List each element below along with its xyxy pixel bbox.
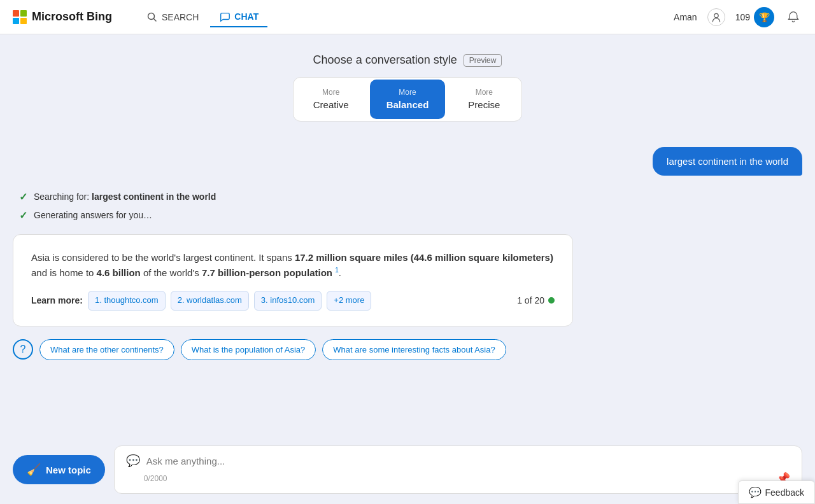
balanced-label: Balanced <box>386 98 429 111</box>
search-icon <box>146 11 158 23</box>
nav-search[interactable]: SEARCH <box>138 8 208 27</box>
microsoft-logo <box>13 10 27 24</box>
learn-more-label: Learn more: <box>31 293 83 307</box>
style-label: Choose a conversation style Preview <box>313 53 502 67</box>
input-box: 💬 0/2000 📌 <box>114 445 802 494</box>
check-icon-1: ✓ <box>19 191 27 203</box>
style-buttons: More Creative More Balanced More Precise <box>293 77 522 122</box>
char-count: 0/2000 <box>144 474 167 483</box>
feedback-button[interactable]: 💬 Feedback <box>738 480 815 504</box>
learn-link-2[interactable]: 2. worldatlas.com <box>171 291 249 311</box>
svg-point-2 <box>714 13 718 17</box>
new-topic-button[interactable]: 🧹 New topic <box>13 455 105 484</box>
learn-link-1[interactable]: 1. thoughtco.com <box>88 291 166 311</box>
feedback-icon: 💬 <box>749 486 762 498</box>
points-count: 109 <box>735 12 750 22</box>
more-links[interactable]: +2 more <box>327 291 371 311</box>
points-badge: 109 🏆 <box>735 7 774 27</box>
style-creative[interactable]: More Creative <box>294 78 368 121</box>
broom-icon: 🧹 <box>27 463 41 477</box>
status-searching: ✓ Searching for: largest continent in th… <box>19 191 802 203</box>
balanced-more: More <box>399 87 416 98</box>
logo-text: Microsoft Bing <box>32 10 112 24</box>
suggestion-2[interactable]: What is the population of Asia? <box>181 339 316 360</box>
nav-chat[interactable]: CHAT <box>210 7 267 27</box>
main-content: Choose a conversation style Preview More… <box>0 34 815 382</box>
nav: SEARCH CHAT <box>138 7 267 27</box>
suggestion-1[interactable]: What are the other continents? <box>39 339 174 360</box>
logo[interactable]: Microsoft Bing <box>13 10 112 24</box>
chat-bubble-icon: 💬 <box>126 454 140 468</box>
trophy-icon[interactable]: 🏆 <box>754 7 774 27</box>
check-icon-2: ✓ <box>19 209 27 221</box>
user-bubble: largest continent in the world <box>13 147 802 176</box>
user-name: Aman <box>674 12 697 22</box>
preview-badge: Preview <box>464 54 502 67</box>
svg-line-1 <box>154 18 157 21</box>
header-right: Aman 109 🏆 <box>674 7 802 27</box>
status-list: ✓ Searching for: largest continent in th… <box>13 191 802 221</box>
searching-label: Searching for: largest continent in the … <box>34 192 216 202</box>
message-counter: 1 of 20 <box>517 293 555 307</box>
logo-sq-yellow <box>20 18 27 24</box>
logo-sq-red <box>13 10 19 17</box>
bottom-bar: 🧹 New topic 💬 0/2000 📌 <box>0 439 815 504</box>
precise-more: More <box>476 87 493 98</box>
learn-link-3[interactable]: 3. infos10.com <box>254 291 322 311</box>
style-picker: Choose a conversation style Preview More… <box>293 53 522 122</box>
precise-label: Precise <box>468 98 500 111</box>
logo-sq-green <box>20 10 27 17</box>
chat-icon <box>219 11 230 22</box>
header: Microsoft Bing SEARCH CHAT Aman <box>0 0 815 34</box>
style-precise[interactable]: More Precise <box>447 78 521 121</box>
logo-sq-blue <box>13 18 19 24</box>
user-message: largest continent in the world <box>653 147 802 176</box>
suggestion-3[interactable]: What are some interesting facts about As… <box>322 339 506 360</box>
answer-card: Asia is considered to be the world's lar… <box>13 234 573 326</box>
chat-input[interactable] <box>146 456 790 466</box>
answer-text: Asia is considered to be the world's lar… <box>31 250 555 281</box>
creative-label: Creative <box>313 98 349 111</box>
learn-more: Learn more: 1. thoughtco.com 2. worldatl… <box>31 291 555 311</box>
status-generating: ✓ Generating answers for you… <box>19 209 802 221</box>
input-row: 💬 <box>126 454 790 468</box>
creative-more: More <box>322 87 339 98</box>
chat-area: largest continent in the world ✓ Searchi… <box>13 147 802 375</box>
suggestions: ? What are the other continents? What is… <box>13 339 802 360</box>
bell-icon[interactable] <box>784 8 802 26</box>
green-dot <box>548 297 555 304</box>
user-icon[interactable] <box>707 8 725 26</box>
style-balanced[interactable]: More Balanced <box>370 80 444 119</box>
question-icon: ? <box>13 339 33 360</box>
